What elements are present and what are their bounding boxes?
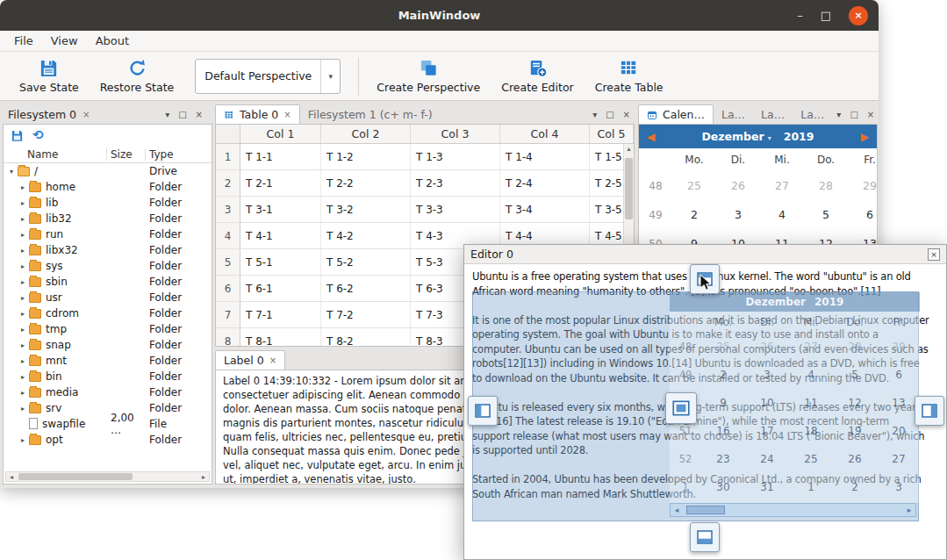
calendar-day[interactable]: 5 xyxy=(804,208,848,221)
table-cell[interactable]: T 2-4 xyxy=(500,170,590,196)
editor-close-icon[interactable]: × xyxy=(928,248,940,261)
table-cell[interactable]: T 3-3 xyxy=(411,197,500,222)
table-row[interactable]: 3 T 3-1 T 3-2 T 3-3 T 3-4 T 3-5 xyxy=(216,197,634,223)
table-cell[interactable]: T 1-1 xyxy=(240,144,321,169)
table-cell[interactable]: T 6-1 xyxy=(240,276,321,301)
expand-arrow-icon[interactable]: ▸ xyxy=(18,294,28,302)
minimize-button[interactable]: – xyxy=(797,10,803,21)
tree-row[interactable]: ▸ media Folder xyxy=(4,384,212,400)
tree-row[interactable]: ▸ home Folder xyxy=(4,179,212,195)
restore-state-button[interactable]: Restore State xyxy=(90,54,185,97)
tab-table0[interactable]: Table 0 × xyxy=(215,104,300,124)
window-titlebar[interactable]: MainWindow – □ × xyxy=(0,0,879,31)
expand-arrow-icon[interactable]: ▸ xyxy=(18,199,28,207)
panel-menu-icon[interactable]: ▾ xyxy=(588,110,601,119)
calendar-year[interactable]: 2019 xyxy=(784,130,814,143)
create-perspective-button[interactable]: Create Perspective xyxy=(366,54,491,97)
tree-row[interactable]: ▸ snap Folder xyxy=(4,337,212,353)
calendar-day[interactable]: 3 xyxy=(716,208,760,221)
calendar-day[interactable]: 28 xyxy=(804,179,848,192)
calendar-month[interactable]: Dezember xyxy=(701,130,764,143)
tree-row[interactable]: ▸ usr Folder xyxy=(4,290,212,305)
restore-icon[interactable]: ⟲ xyxy=(32,129,44,142)
tree-row[interactable]: ▸ run Folder xyxy=(4,226,212,242)
table-cell[interactable]: T 1-4 xyxy=(500,144,590,169)
tab-close-icon[interactable]: × xyxy=(269,355,276,365)
tab-label-inactive[interactable]: La… xyxy=(753,104,793,124)
expand-arrow-icon[interactable]: ▸ xyxy=(18,278,28,286)
table-cell[interactable]: T 2-2 xyxy=(321,170,411,196)
tree-row[interactable]: ▸ tmp Folder xyxy=(4,321,212,337)
tree-row[interactable]: swapfile 2,00 … File xyxy=(4,416,212,432)
tree-row[interactable]: ▸ sbin Folder xyxy=(4,274,212,290)
tab-label-inactive[interactable]: La… xyxy=(714,104,753,124)
panel-menu-icon[interactable]: ▾ xyxy=(161,110,174,119)
tree-row[interactable]: ▸ bin Folder xyxy=(4,369,212,384)
expand-arrow-icon[interactable]: ▸ xyxy=(18,389,28,397)
scrollbar-handle[interactable] xyxy=(18,473,133,480)
drop-indicator-left[interactable] xyxy=(468,396,498,426)
drop-indicator-center[interactable] xyxy=(665,392,697,424)
panel-float-icon[interactable]: □ xyxy=(601,110,618,119)
create-editor-button[interactable]: Create Editor xyxy=(491,54,585,97)
table-cell[interactable]: T 6-2 xyxy=(321,276,411,301)
scroll-right-icon[interactable]: ▸ xyxy=(198,473,209,481)
menu-item[interactable]: File xyxy=(5,34,42,47)
tree-row[interactable]: ▸ libx32 Folder xyxy=(4,242,212,258)
tree-row[interactable]: ▸ sys Folder xyxy=(4,258,212,274)
tree-row[interactable]: ▸ cdrom Folder xyxy=(4,305,212,321)
expand-arrow-icon[interactable]: ▸ xyxy=(18,405,28,413)
tab-filesystem1[interactable]: Filesystem 1 (c+ m- f-) xyxy=(300,104,441,124)
drop-indicator-right[interactable] xyxy=(915,396,944,426)
calendar-day[interactable]: 6 xyxy=(848,208,878,221)
perspective-dropdown[interactable]: Default Perspective ▾ xyxy=(195,59,341,94)
panel-close-icon[interactable]: × xyxy=(863,110,879,119)
table-cell[interactable]: T 1-2 xyxy=(321,144,411,169)
panel-float-icon[interactable]: □ xyxy=(845,110,862,119)
close-icon[interactable]: × xyxy=(83,110,90,119)
horizontal-scrollbar[interactable]: ◂ ▸ xyxy=(5,471,210,482)
table-cell[interactable]: T 2-3 xyxy=(411,170,500,196)
scrollbar-handle[interactable] xyxy=(625,158,633,219)
menu-item[interactable]: View xyxy=(42,34,87,47)
expand-arrow-icon[interactable]: ▸ xyxy=(18,341,28,349)
editor-titlebar[interactable]: Editor 0 × xyxy=(464,245,946,264)
tab-label0[interactable]: Label 0 × xyxy=(215,350,285,370)
table-row[interactable]: 2 T 2-1 T 2-2 T 2-3 T 2-4 T 2-5 xyxy=(216,170,634,197)
close-button[interactable]: × xyxy=(849,6,868,25)
tree-row[interactable]: ▾ / Drive xyxy=(4,163,212,179)
tab-calendar[interactable]: Calen… xyxy=(638,104,714,124)
calendar-day[interactable]: 4 xyxy=(760,208,804,221)
table-cell[interactable]: T 5-1 xyxy=(240,249,321,275)
table-cell[interactable]: T 4-2 xyxy=(321,223,411,248)
table-row[interactable]: 1 T 1-1 T 1-2 T 1-3 T 1-4 T 1-5 xyxy=(216,144,634,170)
scroll-up-icon[interactable]: ▴ xyxy=(627,144,630,154)
maximize-button[interactable]: □ xyxy=(821,10,831,21)
calendar-day[interactable]: 25 xyxy=(672,179,716,192)
expand-arrow-icon[interactable]: ▾ xyxy=(6,168,17,176)
filesystem-table-header[interactable]: Name Size Type xyxy=(4,146,212,163)
table-cell[interactable]: T 4-1 xyxy=(240,223,321,248)
panel-close-icon[interactable]: × xyxy=(191,110,207,119)
next-month-icon[interactable]: ▶ xyxy=(853,131,877,143)
calendar-day[interactable]: 26 xyxy=(716,179,760,192)
save-state-button[interactable]: Save State xyxy=(9,54,90,97)
table-cell[interactable]: T 8-1 xyxy=(240,328,321,347)
expand-arrow-icon[interactable]: ▸ xyxy=(18,183,28,191)
calendar-day[interactable]: 2 xyxy=(672,208,716,221)
expand-arrow-icon[interactable]: ▸ xyxy=(18,310,28,318)
expand-arrow-icon[interactable]: ▸ xyxy=(18,231,28,239)
drop-indicator-bottom[interactable] xyxy=(690,522,720,552)
table-cell[interactable]: T 3-2 xyxy=(321,197,411,222)
expand-arrow-icon[interactable]: ▸ xyxy=(18,357,28,365)
table-cell[interactable]: T 7-1 xyxy=(240,302,321,327)
table-cell[interactable]: T 3-4 xyxy=(500,197,590,222)
expand-arrow-icon[interactable]: ▸ xyxy=(18,373,28,381)
expand-arrow-icon[interactable]: ▸ xyxy=(18,247,28,255)
menu-item[interactable]: About xyxy=(87,34,138,47)
expand-arrow-icon[interactable]: ▸ xyxy=(18,436,28,444)
save-icon[interactable] xyxy=(11,129,24,142)
panel-close-icon[interactable]: × xyxy=(619,110,635,119)
scroll-left-icon[interactable]: ◂ xyxy=(6,473,17,481)
tab-close-icon[interactable]: × xyxy=(283,110,291,119)
